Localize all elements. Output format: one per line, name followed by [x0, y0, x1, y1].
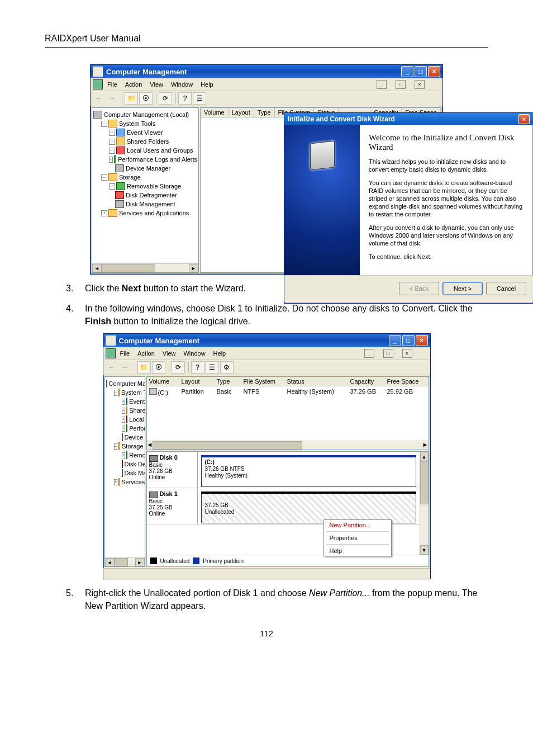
mdi-minimize[interactable]: _	[377, 80, 387, 89]
expand-icon[interactable]: +	[122, 399, 126, 405]
menu-new-partition[interactable]: New Partition...	[324, 520, 391, 530]
menu-help[interactable]: Help	[213, 350, 226, 357]
menu-view[interactable]: View	[150, 81, 163, 88]
close-button[interactable]: ×	[428, 66, 440, 77]
props-icon[interactable]: ⦿	[139, 92, 153, 105]
tree-hscroll[interactable]: ◄ ►	[105, 557, 145, 566]
expand-icon[interactable]: +	[109, 130, 115, 136]
scroll-right-icon[interactable]: ►	[422, 441, 429, 450]
expand-icon[interactable]: +	[109, 157, 113, 163]
tree-services-apps[interactable]: Services and Applications	[119, 209, 189, 218]
tree-defrag[interactable]: Disk Defragmenter	[125, 460, 145, 469]
scroll-down-icon[interactable]: ▼	[420, 545, 429, 555]
refresh-icon[interactable]: ⟳	[172, 361, 185, 374]
expand-icon[interactable]: +	[101, 210, 107, 216]
nav-forward-icon[interactable]: →	[106, 93, 118, 104]
tree-local-users[interactable]: Local Users and Groups	[127, 146, 193, 155]
expand-icon[interactable]: +	[122, 408, 126, 414]
expand-icon[interactable]: –	[114, 443, 117, 450]
tree-hscroll[interactable]: ◄ ►	[92, 263, 198, 272]
expand-icon[interactable]: –	[101, 121, 107, 127]
menu-properties[interactable]: Properties	[324, 533, 391, 543]
cancel-button[interactable]: Cancel	[486, 282, 526, 295]
tree-storage[interactable]: Storage	[122, 442, 144, 451]
refresh-icon[interactable]: ⟳	[159, 92, 172, 105]
export-icon[interactable]: ☰	[206, 361, 219, 374]
tree-disk-management[interactable]: Disk Management	[125, 469, 145, 478]
maximize-button[interactable]: □	[415, 66, 427, 77]
col-filesystem[interactable]: File System	[241, 377, 285, 386]
graphic-vscroll[interactable]: ▲ ▼	[420, 452, 429, 555]
tree-perf-logs[interactable]: Performance Logs and Alerts	[129, 424, 145, 433]
menu-action[interactable]: Action	[125, 81, 142, 88]
col-type[interactable]: Type	[254, 108, 275, 117]
menu-file[interactable]: File	[107, 81, 117, 88]
wizard-close-button[interactable]: ×	[518, 114, 530, 124]
tree-system-tools[interactable]: System Tools	[119, 119, 155, 128]
menu-window[interactable]: Window	[171, 81, 193, 88]
mdi-close[interactable]: ×	[415, 80, 425, 89]
tree-shared-folders[interactable]: Shared Folders	[127, 137, 169, 146]
menu-file[interactable]: File	[120, 350, 130, 357]
scroll-left-icon[interactable]: ◄	[92, 264, 102, 272]
col-type[interactable]: Type	[215, 377, 241, 386]
next-button[interactable]: Next >	[442, 282, 483, 295]
col-status[interactable]: Status	[285, 377, 348, 386]
expand-icon[interactable]: +	[122, 417, 126, 423]
minimize-button[interactable]: _	[401, 66, 413, 77]
tree-removable[interactable]: Removable Storage	[129, 451, 145, 460]
mdi-minimize[interactable]: _	[364, 349, 374, 358]
tree-device-manager[interactable]: Device Manager	[125, 433, 145, 442]
expand-icon[interactable]: +	[109, 183, 115, 190]
props-icon[interactable]: ⦿	[152, 361, 165, 374]
disk0-primary-partition[interactable]: (C:) 37.26 GB NTFS Healthy (System)	[201, 455, 416, 487]
col-freespace[interactable]: Free Space	[385, 377, 429, 386]
tree-system-tools[interactable]: System Tools	[121, 388, 145, 397]
scroll-right-icon[interactable]: ►	[189, 264, 198, 272]
tree-root[interactable]: Computer Management (Local)	[104, 110, 189, 119]
minimize-button[interactable]: _	[389, 335, 401, 346]
tree-defrag[interactable]: Disk Defragmenter	[126, 191, 177, 200]
tree-perf-logs[interactable]: Performance Logs and Alerts	[118, 155, 197, 164]
col-capacity[interactable]: Capacity	[348, 377, 385, 386]
menu-help[interactable]: Help	[324, 546, 391, 556]
help-icon[interactable]: ?	[191, 361, 204, 374]
tree-storage[interactable]: Storage	[119, 173, 141, 182]
settings-icon[interactable]: ⚙	[220, 361, 234, 374]
up-icon[interactable]: 📁	[137, 361, 151, 374]
tree-root[interactable]: Computer Management (Local)	[109, 379, 145, 388]
nav-back-icon[interactable]: ←	[93, 93, 105, 104]
tree-local-users[interactable]: Local Users and Groups	[129, 415, 145, 424]
tree-services-apps[interactable]: Services and Applications	[121, 478, 145, 486]
menu-help[interactable]: Help	[201, 81, 213, 88]
scroll-right-icon[interactable]: ►	[135, 558, 145, 566]
nav-back-icon[interactable]: ←	[106, 362, 118, 373]
col-volume[interactable]: Volume	[147, 377, 179, 386]
scroll-up-icon[interactable]: ▲	[420, 452, 429, 461]
menu-window[interactable]: Window	[183, 350, 205, 357]
expand-icon[interactable]: –	[101, 174, 107, 181]
tree-event-viewer[interactable]: Event Viewer	[127, 128, 163, 137]
col-layout[interactable]: Layout	[229, 108, 254, 117]
tree-removable[interactable]: Removable Storage	[127, 182, 181, 191]
tree-event-viewer[interactable]: Event Viewer	[129, 397, 145, 406]
tree-device-manager[interactable]: Device Manager	[126, 164, 170, 173]
tree-shared-folders[interactable]: Shared Folders	[129, 406, 145, 415]
volume-row[interactable]: (C:) Partition Basic NTFS Healthy (Syste…	[147, 386, 429, 398]
tree-disk-management[interactable]: Disk Management	[126, 200, 175, 209]
list-hscroll[interactable]: ◄ ►	[147, 441, 429, 450]
mdi-restore[interactable]: □	[383, 349, 393, 358]
help-icon[interactable]: ?	[178, 92, 192, 105]
up-icon[interactable]: 📁	[125, 92, 138, 105]
scroll-left-icon[interactable]: ◄	[105, 558, 115, 566]
expand-icon[interactable]: –	[114, 390, 117, 396]
expand-icon[interactable]: +	[122, 426, 126, 432]
expand-icon[interactable]: +	[109, 139, 115, 145]
list-icon[interactable]: ☰	[193, 92, 206, 105]
disk1-unallocated[interactable]: 37.25 GB Unallocated	[201, 492, 416, 523]
mdi-close[interactable]: ×	[402, 349, 412, 358]
expand-icon[interactable]: +	[114, 479, 118, 485]
maximize-button[interactable]: □	[402, 335, 415, 346]
mdi-restore[interactable]: □	[396, 80, 406, 89]
scroll-left-icon[interactable]: ◄	[147, 441, 153, 450]
